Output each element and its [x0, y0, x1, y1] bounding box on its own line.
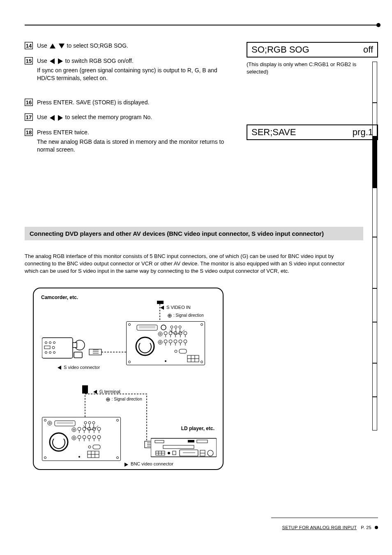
svg-rect-83 — [55, 421, 75, 426]
lcd-2-left: SER;SAVE — [251, 127, 296, 138]
svg-point-79 — [44, 456, 46, 458]
svg-point-39 — [171, 326, 173, 328]
signal-arrow-icon — [93, 390, 97, 394]
svg-point-40 — [175, 326, 177, 328]
svg-point-41 — [179, 326, 181, 328]
svg-point-38 — [161, 325, 166, 330]
svg-point-101 — [73, 429, 75, 431]
g-terminal-label: G terminal — [99, 389, 120, 394]
svg-point-68 — [159, 341, 161, 343]
lcd-display-1: SO;RGB SOG off — [247, 42, 378, 58]
svg-text:16: 16 — [26, 99, 32, 106]
lcd-1-left: SO;RGB SOG — [251, 44, 309, 55]
svg-point-104 — [88, 435, 91, 439]
step-15-icon: 15 — [25, 57, 33, 64]
step-15-note: If sync on green (green signal containin… — [37, 67, 234, 82]
step-17-icon: 17 — [25, 113, 33, 121]
arrow-down-icon — [59, 44, 65, 48]
svg-point-112 — [72, 436, 76, 440]
lcd-2-right: prg.1 — [353, 127, 373, 138]
sig-legend-mid: : Signal direction — [112, 396, 142, 401]
svg-point-131 — [168, 452, 170, 454]
svg-point-77 — [44, 419, 46, 421]
svg-rect-24 — [74, 352, 82, 358]
lcd-display-2: SER;SAVE prg.1 — [247, 124, 378, 140]
svg-point-113 — [73, 437, 75, 439]
svg-text:14: 14 — [26, 43, 32, 49]
svg-point-58 — [169, 340, 172, 343]
svg-point-76 — [165, 360, 166, 362]
arrow-left-icon — [50, 115, 55, 121]
lcd-1-note: (This display is only when C:RGB1 or RGB… — [247, 61, 378, 75]
svg-text:15: 15 — [26, 58, 32, 64]
svg-point-34 — [201, 323, 203, 325]
svg-point-49 — [184, 332, 187, 335]
svg-point-100 — [72, 428, 76, 432]
svg-point-61 — [184, 340, 187, 343]
step-15-post: to switch RGB SOG on/off. — [65, 58, 134, 64]
svg-point-56 — [159, 333, 161, 335]
svg-point-105 — [92, 435, 96, 439]
svg-point-46 — [169, 332, 172, 335]
camcorder-icon — [42, 334, 85, 362]
svg-point-92 — [88, 427, 91, 431]
svg-point-86 — [92, 421, 95, 424]
svg-point-81 — [48, 421, 52, 425]
svg-point-67 — [158, 340, 162, 344]
bnc-conn-label: BNC video connector — [131, 461, 173, 466]
ld-player-icon — [151, 436, 217, 459]
arrow-left-icon — [50, 58, 55, 64]
svg-rect-71 — [179, 349, 187, 353]
svg-rect-124 — [188, 440, 194, 442]
svg-point-47 — [174, 332, 177, 335]
svg-rect-37 — [137, 325, 157, 330]
step-14-post: to select SO;RGB SOG. — [67, 42, 128, 49]
svg-point-33 — [129, 323, 131, 325]
svg-point-115 — [88, 446, 91, 448]
svg-rect-12 — [89, 349, 101, 355]
svg-point-45 — [164, 332, 167, 335]
svg-rect-116 — [93, 445, 100, 449]
step-14-icon: 14 — [25, 42, 33, 49]
svg-point-94 — [97, 427, 101, 431]
signal-arrow-icon — [58, 366, 61, 370]
svg-point-36 — [201, 361, 203, 363]
signal-arrow-icon — [125, 463, 128, 467]
step-18-text: Press ENTER twice. — [37, 129, 89, 136]
svg-point-55 — [158, 332, 162, 336]
arrow-right-icon — [58, 115, 63, 121]
arrow-right-icon — [58, 58, 63, 64]
step-17-pre: Use — [37, 114, 49, 120]
svg-rect-21 — [42, 338, 73, 358]
svg-rect-23 — [73, 343, 77, 348]
svg-point-106 — [97, 435, 101, 439]
connection-diagram: Camcorder, etc. S VIDEO IN ⊕ : Signal di… — [33, 288, 224, 470]
svg-point-70 — [175, 350, 177, 352]
footer-dot-icon — [375, 526, 378, 529]
section-title: Connecting DVD players and other AV devi… — [30, 230, 324, 237]
ld-label: LD player, etc. — [181, 426, 214, 431]
svg-point-82 — [49, 422, 51, 424]
step-14-text: Use to select SO;RGB SOG. — [37, 42, 234, 50]
footer-left: SETUP FOR ANALOG RGB INPUT — [282, 525, 357, 530]
step-17-post: to select the memory program No. — [65, 114, 152, 120]
monitor-rear-panel-b — [42, 417, 121, 461]
lcd-1-right: off — [363, 44, 373, 55]
svg-point-102 — [78, 435, 81, 439]
signal-arrow-icon — [160, 306, 164, 310]
section-note: The analog RGB interface of this monitor… — [25, 253, 353, 275]
svg-rect-10 — [157, 301, 164, 304]
svg-point-57 — [164, 340, 167, 343]
step-18-icon: 18 — [25, 129, 33, 136]
svg-text:17: 17 — [26, 114, 32, 120]
svg-point-78 — [117, 419, 119, 421]
svg-point-84 — [84, 421, 87, 424]
svg-point-91 — [83, 427, 86, 431]
svg-point-60 — [179, 340, 182, 343]
step-16-text: Press ENTER. SAVE (STORE) is displayed. — [37, 99, 234, 106]
s-video-in-label: S VIDEO IN — [166, 305, 191, 310]
svg-point-80 — [117, 456, 119, 458]
sig-legend-top: : Signal direction — [173, 313, 204, 317]
monitor-rear-panel-a — [126, 321, 205, 365]
svg-point-121 — [78, 456, 80, 458]
